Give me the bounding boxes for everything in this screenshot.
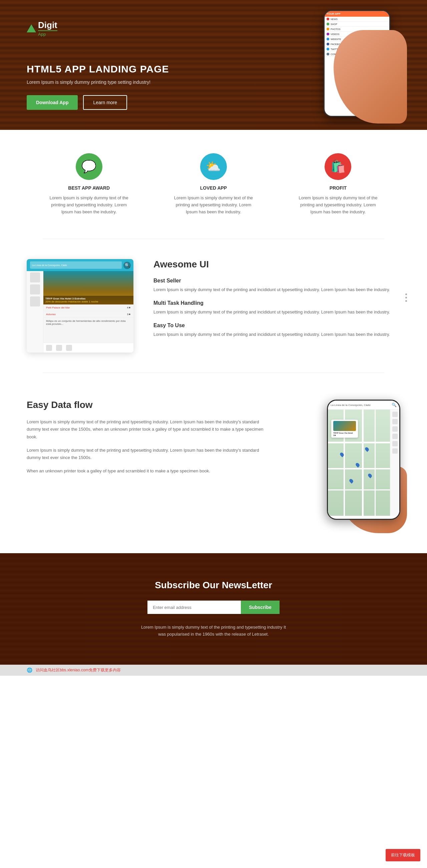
sidebar-thumb-2 [30, 284, 40, 294]
data-flow-p2: Lorem Ipsum is simply dummy text of the … [27, 447, 273, 461]
newsletter-heading: Subscribe Our NewsLetter [27, 580, 400, 591]
phone2-screen: La Línea de la Concepción, Cádiz 🔍 [328, 401, 399, 519]
scroll-dot-1 [405, 293, 407, 295]
data-flow-section: Easy Data flow Lorem Ipsum is simply dum… [0, 373, 427, 553]
feature-profit-desc: Lorem Ipsum is simply dummy text of the … [298, 195, 378, 215]
newsletter-form: Subscribe [27, 600, 400, 614]
newsletter-subscribe-button[interactable]: Subscribe [241, 600, 280, 614]
map-icon-4 [392, 434, 398, 439]
phone-menu-shop: SHOP [325, 22, 389, 27]
screenshot-desc: MiApu es un conjunto de herramientas de … [43, 318, 133, 327]
feature-item-loved: ⛅ LOVED APP Lorem Ipsum is simply dummy … [173, 153, 254, 215]
screenshot-search-text: La Línea de la Concepción, Cádiz [32, 264, 67, 267]
feature-detail-easy-use: Easy To Use Lorem Ipsum is simply dummy … [154, 322, 400, 338]
footer-bar: 🌐 访问血鸟社区bbs.xleniao.com免费下载更多内容 [0, 665, 427, 676]
feature-award-title: BEST APP AWARD [49, 185, 129, 191]
feature-loved-title: LOVED APP [173, 185, 254, 191]
logo-triangle-icon [27, 24, 36, 32]
easy-use-desc: Lorem Ipsum is simply dummy text of the … [154, 331, 400, 338]
phone2-device: La Línea de la Concepción, Cádiz 🔍 [327, 400, 400, 520]
multitask-desc: Lorem Ipsum is simply dummy text of the … [154, 309, 400, 316]
best-seller-title: Best Seller [154, 278, 400, 284]
features-section: 💬 BEST APP AWARD Lorem Ipsum is simply d… [0, 130, 427, 239]
awesome-ui-text: Awesome UI Best Seller Lorem Ipsum is si… [154, 259, 400, 344]
hero-title: HTML5 APP LANDING PAGE [27, 63, 169, 75]
loved-icon: ⛅ [200, 153, 227, 180]
map-search-icon: 🔍 [392, 403, 397, 407]
screenshot-search-bar: La Línea de la Concepción, Cádiz [30, 261, 122, 269]
map-pin-5 [367, 473, 373, 478]
footer-icon: 🌐 [27, 668, 32, 673]
bottom-icon-3 [66, 345, 72, 351]
feature-loved-desc: Lorem Ipsum is simply dummy text of the … [173, 195, 254, 215]
screenshot-bottom-bar [43, 343, 133, 352]
map-sidebar-right [390, 410, 399, 516]
feature-detail-best-seller: Best Seller Lorem Ipsum is simply dummy … [154, 278, 400, 293]
map-hotel-img [333, 421, 356, 431]
map-hotel-name: TRYP Gran Vía Hotel 3★ [333, 432, 356, 436]
easy-use-title: Easy To Use [154, 322, 400, 329]
phone-app-header: YOUR APP [325, 11, 389, 17]
feature-item-award: 💬 BEST APP AWARD Lorem Ipsum is simply d… [49, 153, 129, 215]
footer-text: 访问血鸟社区bbs.xleniao.com免费下载更多内容 [36, 668, 121, 673]
data-flow-p3: When an unknown printer took a galley of… [27, 467, 273, 475]
phone2-container: La Línea de la Concepción, Cádiz 🔍 [294, 400, 400, 526]
award-icon: 💬 [76, 153, 102, 180]
map-icon-6 [392, 448, 398, 454]
screenshot-sidebar [27, 271, 43, 352]
phone-menu-news: NEWS [325, 17, 389, 22]
bottom-icon-2 [56, 345, 62, 351]
road-h-3 [328, 489, 390, 490]
logo: Digit App [27, 20, 169, 37]
awesome-ui-section: La Línea de la Concepción, Cádiz 🔍 TRYP … [0, 239, 427, 373]
hero-description: Lorem Ipsum is simply dummy printing typ… [27, 79, 169, 86]
feature-profit-title: PROFIT [298, 185, 378, 191]
screenshot-hotel-image: TRYP Gran Vía Hotel 3 Estrellas 20% de d… [43, 271, 133, 305]
map-pin-4 [349, 478, 354, 484]
screenshot-main: TRYP Gran Vía Hotel 3 Estrellas 20% de d… [43, 271, 133, 352]
map-header: La Línea de la Concepción, Cádiz 🔍 [328, 401, 399, 410]
map-icon-3 [392, 426, 398, 432]
screenshot-header: La Línea de la Concepción, Cádiz 🔍 [27, 259, 133, 271]
sidebar-thumb-1 [30, 272, 40, 282]
download-app-button[interactable]: Download App [27, 95, 78, 110]
hero-buttons: Download App Learn more [27, 95, 169, 110]
newsletter-description: Lorem Ipsum is simply dummy text of the … [140, 624, 287, 638]
feature-detail-multitask: Multi Task Handling Lorem Ipsum is simpl… [154, 300, 400, 316]
map-pin-3 [364, 446, 369, 452]
data-flow-p1: Lorem Ipsum is simply dummy text of the … [27, 418, 273, 440]
road-v-3 [374, 410, 375, 516]
hero-phone-mockup: YOUR APP NEWS SHOP PHOTOS VIDEOS [280, 3, 407, 124]
map-body: TRYP Gran Vía Hotel 3★ [328, 410, 399, 516]
hotel-discount: 20% de descuento Habitación doble 1 noch… [45, 300, 131, 303]
road-h-2 [328, 468, 390, 469]
data-flow-text: Easy Data flow Lorem Ipsum is simply dum… [27, 400, 273, 481]
hotel-overlay: TRYP Gran Vía Hotel 3 Estrellas 20% de d… [43, 296, 133, 305]
map-hotel-card: TRYP Gran Vía Hotel 3★ [331, 420, 358, 438]
hero-section: Digit App HTML5 APP LANDING PAGE Lorem I… [0, 0, 427, 130]
map-icon-2 [392, 419, 398, 424]
map-pin-2 [355, 462, 360, 468]
newsletter-email-input[interactable] [147, 600, 241, 614]
data-flow-heading: Easy Data flow [27, 400, 273, 410]
data-flow-phone: La Línea de la Concepción, Cádiz 🔍 [294, 400, 400, 526]
hotel-name: TRYP Gran Vía Hotel 3 Estrellas [45, 297, 131, 300]
list-item-2: Asturias 3★ [43, 311, 133, 318]
map-area: TRYP Gran Vía Hotel 3★ [328, 410, 390, 516]
best-seller-desc: Lorem Ipsum is simply dummy text of the … [154, 286, 400, 293]
profit-icon: 🛍️ [325, 153, 351, 180]
list-item-1: Petit Palace del Mar 4★ [43, 305, 133, 311]
scroll-dot-3 [405, 300, 407, 302]
learn-more-button[interactable]: Learn more [83, 95, 127, 110]
multitask-title: Multi Task Handling [154, 300, 400, 306]
feature-item-profit: 🛍️ PROFIT Lorem Ipsum is simply dummy te… [298, 153, 378, 215]
logo-text: Digit App [38, 20, 57, 37]
road-h-1 [328, 442, 390, 443]
app-screenshot: La Línea de la Concepción, Cádiz 🔍 TRYP … [27, 259, 133, 352]
map-icon-1 [392, 412, 398, 417]
sidebar-thumb-3 [30, 297, 40, 307]
awesome-ui-heading: Awesome UI [154, 259, 400, 270]
feature-award-desc: Lorem Ipsum is simply dummy text of the … [49, 195, 129, 215]
scroll-dot-2 [405, 297, 407, 299]
road-v-2 [362, 410, 364, 516]
